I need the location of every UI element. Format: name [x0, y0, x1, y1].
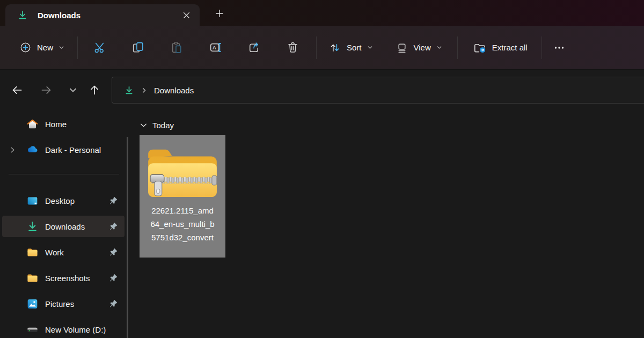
pin-icon: [109, 196, 118, 205]
group-header-today[interactable]: Today: [136, 118, 177, 132]
view-icon: [396, 41, 408, 54]
back-button[interactable]: [8, 80, 27, 100]
drive-icon: [26, 324, 39, 336]
forward-button[interactable]: [36, 80, 56, 100]
sidebar-item-new-volume-d[interactable]: New Volume (D:): [2, 319, 125, 338]
address-bar[interactable]: Downloads: [112, 77, 644, 104]
sidebar-item-pictures[interactable]: Pictures: [2, 293, 125, 314]
extract-all-icon: [473, 41, 487, 55]
sidebar-item-label: Home: [45, 120, 67, 129]
rename-button[interactable]: A: [202, 35, 228, 61]
folder-icon: [26, 246, 39, 259]
chevron-down-icon: [367, 45, 373, 50]
sidebar-item-label: Pictures: [45, 299, 74, 308]
close-icon: [183, 12, 190, 19]
paste-button[interactable]: [164, 35, 189, 61]
onedrive-icon: [26, 143, 39, 156]
home-icon: [26, 118, 39, 130]
up-button[interactable]: [85, 80, 104, 100]
desktop-icon: [26, 195, 39, 207]
sidebar-item-label: Dark - Personal: [45, 145, 101, 155]
files-view: Today: [129, 110, 644, 338]
zipped-folder-icon: [145, 142, 219, 200]
sidebar-item-home[interactable]: Home: [2, 113, 125, 135]
sidebar-item-onedrive[interactable]: Dark - Personal: [2, 139, 125, 160]
tab-strip: Downloads: [0, 0, 644, 26]
navigation-pane: Home Dark - Personal: [0, 110, 129, 338]
svg-text:A: A: [212, 45, 216, 50]
pictures-icon: [26, 298, 39, 310]
toolbar-separator: [457, 36, 458, 59]
toolbar-separator: [77, 36, 78, 59]
more-options-icon: [553, 41, 566, 54]
sidebar-divider: [9, 174, 119, 174]
back-arrow-icon: [11, 84, 24, 97]
sidebar-item-downloads[interactable]: Downloads: [2, 216, 125, 237]
explorer-body: Home Dark - Personal: [0, 110, 644, 338]
share-icon: [247, 41, 261, 54]
chevron-right-icon[interactable]: [9, 146, 17, 154]
sidebar-scrollbar[interactable]: [127, 137, 128, 338]
delete-icon: [286, 41, 299, 54]
pin-icon: [109, 299, 118, 308]
share-button[interactable]: [241, 35, 267, 61]
delete-button[interactable]: [280, 35, 305, 61]
copy-icon: [131, 41, 145, 54]
file-item-zipped-folder[interactable]: 22621.2115_amd 64_en-us_multi_b 5751d32_…: [140, 135, 225, 258]
view-button[interactable]: View: [389, 35, 449, 61]
paste-icon: [170, 41, 184, 54]
tab-title: Downloads: [38, 11, 80, 20]
sidebar-item-label: Desktop: [45, 196, 75, 205]
breadcrumb[interactable]: Downloads: [121, 83, 197, 98]
cut-icon: [93, 41, 106, 54]
sidebar-item-label: Screenshots: [45, 274, 90, 283]
rename-icon: A: [209, 41, 222, 54]
new-button[interactable]: New: [13, 35, 71, 61]
sidebar-item-label: New Volume (D:): [45, 325, 106, 334]
command-bar: New: [0, 26, 644, 70]
file-name-line: 22621.2115_amd: [141, 204, 224, 217]
cut-button[interactable]: [86, 35, 112, 61]
chevron-down-icon[interactable]: [140, 121, 148, 129]
navigation-bar: Downloads: [0, 70, 644, 110]
tab-downloads[interactable]: Downloads: [5, 4, 200, 26]
forward-arrow-icon: [40, 84, 53, 97]
sidebar-item-label: Work: [45, 248, 64, 257]
extract-all-button[interactable]: Extract all: [466, 35, 534, 61]
sidebar-item-screenshots[interactable]: Screenshots: [2, 267, 125, 289]
plus-icon: [214, 8, 225, 19]
new-tab-button[interactable]: [210, 6, 229, 20]
toolbar-separator: [541, 36, 542, 59]
file-explorer-window: Downloads New: [0, 0, 644, 338]
group-label: Today: [152, 121, 174, 130]
recent-locations-button[interactable]: [63, 80, 83, 100]
toolbar-separator: [316, 36, 317, 59]
chevron-down-icon: [69, 86, 77, 94]
copy-button[interactable]: [125, 35, 151, 61]
pin-icon: [109, 222, 118, 231]
up-arrow-icon: [88, 84, 101, 97]
chevron-down-icon: [58, 45, 64, 50]
new-plus-circle-icon: [19, 41, 32, 54]
sidebar-item-desktop[interactable]: Desktop: [2, 190, 125, 211]
breadcrumb-location: Downloads: [154, 86, 194, 95]
tab-close-button[interactable]: [179, 9, 193, 21]
file-name-line: 5751d32_convert: [141, 231, 224, 244]
file-name-line: 64_en-us_multi_b: [141, 217, 224, 231]
downloads-icon: [17, 10, 28, 20]
chevron-right-icon: [141, 87, 148, 94]
pin-icon: [109, 273, 118, 282]
more-options-button[interactable]: [546, 35, 572, 61]
folder-icon: [26, 272, 39, 284]
chevron-down-icon: [436, 45, 442, 50]
file-name: 22621.2115_amd 64_en-us_multi_b 5751d32_…: [141, 204, 224, 244]
sidebar-item-work[interactable]: Work: [2, 241, 125, 263]
sidebar-item-label: Downloads: [45, 222, 85, 231]
view-button-label: View: [414, 43, 431, 52]
extract-all-button-label: Extract all: [492, 43, 528, 52]
downloads-icon: [124, 85, 134, 95]
sort-button[interactable]: Sort: [322, 35, 379, 61]
new-button-label: New: [37, 43, 53, 52]
downloads-icon: [26, 221, 39, 233]
pin-icon: [109, 247, 118, 256]
